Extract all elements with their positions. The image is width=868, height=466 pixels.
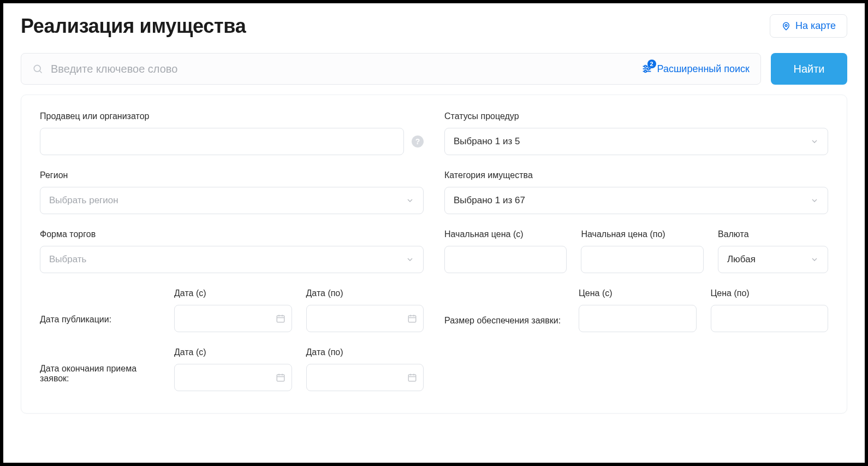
- trade-form-placeholder: Выбрать: [49, 254, 86, 265]
- chevron-down-icon: [810, 196, 819, 205]
- search-input[interactable]: [51, 63, 641, 75]
- currency-select[interactable]: Любая: [718, 246, 828, 273]
- price-from-field: Начальная цена (с): [444, 229, 567, 273]
- advanced-search-badge: 2: [647, 60, 656, 68]
- end-date-to-input[interactable]: [306, 364, 424, 391]
- deposit-to-input[interactable]: [711, 305, 829, 332]
- pub-date-to-input[interactable]: [306, 305, 424, 332]
- trade-form-field: Форма торгов Выбрать: [40, 229, 424, 273]
- publication-date-group: Дата публикации: Дата (с) Дата (по): [40, 288, 424, 332]
- chevron-down-icon: [406, 255, 414, 264]
- price-from-input[interactable]: [444, 246, 567, 273]
- map-button-label: На карте: [795, 20, 836, 32]
- find-button[interactable]: Найти: [771, 53, 847, 85]
- chevron-down-icon: [810, 255, 819, 264]
- map-button[interactable]: На карте: [770, 14, 847, 38]
- price-to-field: Начальная цена (по): [581, 229, 703, 273]
- currency-value: Любая: [727, 254, 756, 265]
- svg-point-8: [644, 70, 646, 73]
- category-select[interactable]: Выбрано 1 из 67: [444, 187, 828, 214]
- end-date-from-input[interactable]: [174, 364, 292, 391]
- end-date-row-label: Дата окончания приема заявок:: [40, 364, 160, 391]
- end-date-from-label: Дата (с): [174, 347, 292, 357]
- svg-point-4: [644, 66, 646, 68]
- deposit-to-field: Цена (по): [711, 288, 829, 332]
- empty-cell: [444, 347, 828, 391]
- pub-date-from-field: Дата (с): [174, 288, 292, 332]
- advanced-search-label: Расширенный поиск: [657, 63, 750, 75]
- trade-form-label: Форма торгов: [40, 229, 424, 239]
- svg-line-2: [40, 71, 42, 73]
- search-icon: [32, 63, 43, 74]
- status-field: Статусы процедур Выбрано 1 из 5: [444, 111, 828, 155]
- chevron-down-icon: [406, 196, 414, 205]
- pub-date-from-label: Дата (с): [174, 288, 292, 298]
- region-select[interactable]: Выбрать регион: [40, 187, 424, 214]
- category-field: Категория имущества Выбрано 1 из 67: [444, 170, 828, 214]
- status-select[interactable]: Выбрано 1 из 5: [444, 128, 828, 155]
- deposit-from-field: Цена (с): [579, 288, 697, 332]
- svg-point-1: [34, 65, 40, 72]
- help-icon[interactable]: ?: [412, 135, 424, 148]
- end-date-group: Дата окончания приема заявок: Дата (с) Д…: [40, 347, 424, 391]
- advanced-search-toggle[interactable]: 2 Расширенный поиск: [641, 63, 750, 75]
- seller-field: Продавец или организатор ?: [40, 111, 424, 155]
- seller-label: Продавец или организатор: [40, 111, 424, 121]
- end-date-from-field: Дата (с): [174, 347, 292, 391]
- price-from-label: Начальная цена (с): [444, 229, 567, 239]
- trade-form-select[interactable]: Выбрать: [40, 246, 424, 273]
- map-pin-icon: [781, 21, 791, 31]
- pub-date-to-label: Дата (по): [306, 288, 424, 298]
- deposit-row-label: Размер обеспечения заявки:: [444, 315, 564, 332]
- price-to-input[interactable]: [581, 246, 703, 273]
- svg-point-6: [647, 68, 649, 70]
- region-placeholder: Выбрать регион: [49, 195, 118, 206]
- region-label: Регион: [40, 170, 424, 180]
- page-title: Реализация имущества: [21, 15, 246, 38]
- svg-point-0: [785, 24, 787, 26]
- currency-label: Валюта: [718, 229, 828, 239]
- pub-date-to-field: Дата (по): [306, 288, 424, 332]
- seller-input[interactable]: [40, 128, 404, 155]
- deposit-from-input[interactable]: [579, 305, 697, 332]
- filters-panel: Продавец или организатор ? Статусы проце…: [21, 95, 847, 414]
- region-field: Регион Выбрать регион: [40, 170, 424, 214]
- end-date-to-field: Дата (по): [306, 347, 424, 391]
- currency-field: Валюта Любая: [718, 229, 828, 273]
- deposit-from-label: Цена (с): [579, 288, 697, 298]
- price-currency-group: Начальная цена (с) Начальная цена (по) В…: [444, 229, 828, 273]
- category-value: Выбрано 1 из 67: [454, 195, 525, 206]
- status-value: Выбрано 1 из 5: [454, 136, 520, 147]
- deposit-to-label: Цена (по): [711, 288, 829, 298]
- pub-date-from-input[interactable]: [174, 305, 292, 332]
- price-to-label: Начальная цена (по): [581, 229, 703, 239]
- category-label: Категория имущества: [444, 170, 828, 180]
- deposit-group: Размер обеспечения заявки: Цена (с) Цена…: [444, 288, 828, 332]
- chevron-down-icon: [810, 137, 819, 146]
- search-box[interactable]: 2 Расширенный поиск: [21, 53, 761, 85]
- publication-date-row-label: Дата публикации:: [40, 315, 160, 332]
- end-date-to-label: Дата (по): [306, 347, 424, 357]
- status-label: Статусы процедур: [444, 111, 828, 121]
